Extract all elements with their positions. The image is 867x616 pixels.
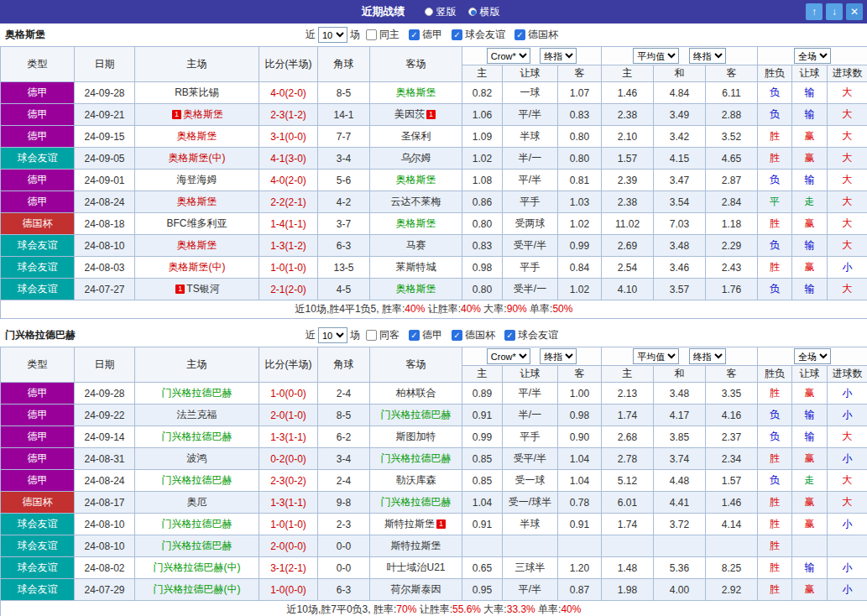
home-team-cell: 1奥格斯堡 [135, 104, 259, 126]
handicap-result-cell: 输 [792, 426, 828, 448]
home-team-cell: 奥厄 [135, 492, 259, 514]
subcol-eu-home: 主 [602, 65, 654, 82]
radio-vertical-layout[interactable]: 竖版 [425, 5, 457, 19]
scope-select[interactable]: 全场 [794, 48, 831, 64]
subcol-eu-draw: 和 [654, 366, 706, 383]
goals-result-cell [828, 535, 867, 557]
col-header-corners: 角球 [318, 347, 370, 383]
subcol-ah-home: 主 [462, 366, 503, 383]
score-cell: 1-0(0-0) [259, 579, 318, 601]
odds-cell: 受平/半 [503, 448, 558, 470]
subcol-result: 胜负 [758, 65, 792, 82]
odds-cell: 平手 [503, 191, 558, 213]
odds-cell: 4.16 [706, 405, 758, 426]
team-name: 奥格斯堡 [177, 196, 217, 207]
filter-checkbox-same-venue[interactable]: 同客 [366, 328, 400, 342]
odds-cell: 1.98 [602, 579, 654, 601]
bookmaker-select[interactable]: Crow* [487, 348, 530, 364]
euro-time-select[interactable]: 终指 [689, 48, 726, 64]
score-cell: 2-0(0-0) [259, 535, 318, 557]
competition-cell: 球会友谊 [1, 557, 75, 579]
filter-unit-label: 场 [350, 28, 360, 42]
subcol-ah-away: 客 [558, 366, 602, 383]
match-row: 球会友谊24-07-271TS银河2-1(2-0)4-5奥格斯堡0.80受半/一… [1, 279, 867, 300]
handicap-result-cell: 赢 [792, 448, 828, 470]
radio-horizontal-layout[interactable]: 横版 [468, 5, 500, 19]
footer-stat: 55.6% [452, 603, 481, 615]
scroll-up-button[interactable]: ↑ [806, 3, 823, 20]
euro-avg-select[interactable]: 平均值 [633, 348, 679, 364]
footer-stat: 单率: [535, 603, 561, 615]
score-cell: 2-3(1-2) [259, 104, 318, 126]
red-card-badge: 1 [426, 110, 436, 119]
odds-cell: 平/半 [503, 170, 558, 191]
results-tbody: 德甲24-09-28RB莱比锡4-0(2-0)8-5奥格斯堡0.82一球1.07… [1, 82, 867, 300]
result-cell: 胜 [758, 148, 792, 170]
odds-cell: 3.48 [654, 383, 706, 405]
euro-time-select[interactable]: 终指 [689, 348, 726, 364]
scroll-down-button[interactable]: ↓ [826, 3, 843, 20]
date-cell: 24-08-17 [75, 492, 135, 514]
odds-cell: 1.76 [706, 279, 758, 300]
team-name: 门兴格拉德巴赫 [162, 431, 232, 442]
home-team-cell: 奥格斯堡 [135, 191, 259, 213]
match-count-select[interactable]: 10 [318, 27, 347, 43]
date-cell: 24-08-24 [75, 191, 135, 213]
odds-cell: 0.90 [558, 426, 602, 448]
competition-cell: 德甲 [1, 170, 75, 191]
result-cell: 负 [758, 82, 792, 104]
odds-cell: 4.65 [706, 148, 758, 170]
ah-time-select[interactable]: 终指 [540, 48, 577, 64]
euro-avg-select[interactable]: 平均值 [633, 48, 679, 64]
score-cell: 2-3(0-2) [259, 470, 318, 492]
score-cell: 4-1(3-0) [259, 148, 318, 170]
footer-stat: 大率: [481, 303, 507, 315]
filter-checkbox-same-venue[interactable]: 同主 [366, 28, 400, 42]
filter-checkbox-bundesliga[interactable]: 德甲 [409, 328, 442, 342]
odds-cell: 2.87 [706, 170, 758, 191]
team-name: 奥格斯堡 [177, 130, 217, 142]
red-card-badge: 1 [175, 285, 185, 294]
checkbox-icon [514, 29, 525, 40]
team-name: 奥格斯堡 [396, 283, 436, 295]
goals-result-cell: 小 [828, 383, 867, 405]
handicap-result-cell: 赢 [792, 383, 828, 405]
checkbox-icon [452, 330, 462, 341]
scope-select[interactable]: 全场 [794, 348, 831, 364]
corners-cell: 3-7 [318, 213, 370, 235]
home-team-cell: 海登海姆 [135, 170, 259, 191]
team-name: 奥厄 [187, 496, 207, 508]
competition-cell: 德国杯 [1, 213, 75, 235]
filter-checkbox-cup[interactable]: 德国杯 [452, 328, 495, 342]
bookmaker-select[interactable]: Crow* [487, 48, 530, 64]
match-row: 德甲24-09-28RB莱比锡4-0(2-0)8-5奥格斯堡0.82一球1.07… [1, 82, 867, 104]
odds-cell: 5.12 [602, 470, 654, 492]
ah-time-select[interactable]: 终指 [540, 348, 577, 364]
filter-checkbox-friendly[interactable]: 球会友谊 [452, 28, 505, 42]
filter-checkbox-cup[interactable]: 德国杯 [514, 28, 558, 42]
corners-cell: 0-0 [318, 535, 370, 557]
match-row: 球会友谊24-09-05奥格斯堡(中)4-1(3-0)3-4乌尔姆1.02半/一… [1, 148, 867, 170]
odds-cell: 1.46 [706, 492, 758, 514]
window-controls: ↑ ↓ ✕ [806, 3, 863, 20]
asian-odds-header: Crow* 终指 [462, 347, 602, 366]
team-name-heading: 奥格斯堡 [5, 28, 45, 42]
odds-cell: 2.88 [706, 104, 758, 126]
odds-cell: 3.85 [654, 426, 706, 448]
date-cell: 24-08-10 [75, 235, 135, 257]
date-cell: 24-08-10 [75, 535, 135, 557]
scope-header: 全场 [758, 47, 867, 65]
date-cell: 24-09-14 [75, 426, 135, 448]
handicap-result-cell: 走 [792, 470, 828, 492]
subcol-ah-away: 客 [558, 65, 602, 82]
away-team-cell: 奥格斯堡 [370, 213, 462, 235]
filter-checkbox-bundesliga[interactable]: 德甲 [409, 28, 442, 42]
result-cell: 胜 [758, 257, 792, 279]
subcol-goals: 进球数 [828, 65, 867, 82]
close-button[interactable]: ✕ [846, 3, 863, 20]
footer-stat: 让胜率: [416, 603, 452, 615]
score-cell: 1-4(1-1) [259, 213, 318, 235]
col-header-home: 主场 [135, 347, 259, 383]
match-count-select[interactable]: 10 [318, 327, 347, 343]
filter-checkbox-friendly[interactable]: 球会友谊 [504, 328, 558, 342]
